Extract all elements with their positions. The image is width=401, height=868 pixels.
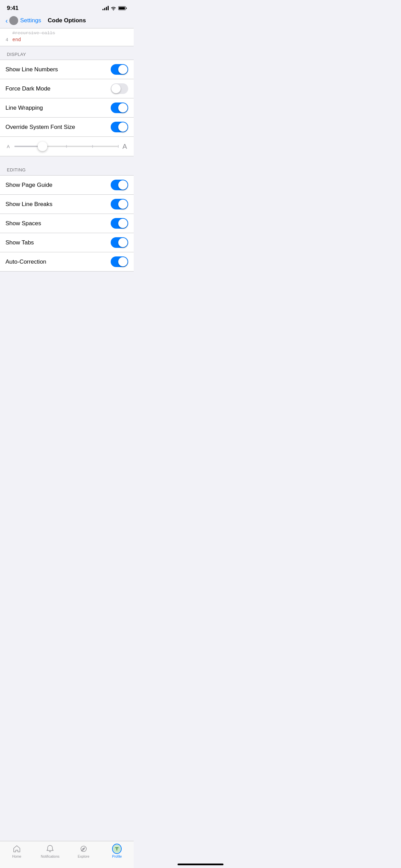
force-dark-mode-row: Force Dark Mode: [0, 79, 134, 98]
auto-correction-row: Auto-Correction: [0, 252, 134, 271]
toggle-knob: [118, 200, 127, 209]
override-font-size-label: Override System Font Size: [5, 124, 75, 131]
font-size-slider-row: A A: [0, 137, 134, 156]
editing-section-label: EDITING: [0, 162, 134, 175]
wifi-icon: [111, 6, 116, 10]
spacer-1: [0, 156, 134, 162]
line-wrapping-label: Line Wrapping: [5, 105, 43, 111]
toggle-knob: [118, 122, 127, 132]
slider-tick-2: [66, 145, 67, 148]
signal-icon: [102, 6, 109, 10]
code-preview: #recursive calls 4 end: [0, 28, 134, 46]
code-line-3: #recursive calls: [0, 30, 134, 36]
font-size-slider[interactable]: [14, 146, 118, 147]
toggle-knob: [118, 257, 127, 266]
force-dark-mode-toggle[interactable]: [111, 83, 128, 94]
show-line-breaks-row: Show Line Breaks: [0, 195, 134, 214]
show-spaces-row: Show Spaces: [0, 214, 134, 233]
slider-tick-3: [92, 145, 93, 148]
toggle-knob: [111, 84, 121, 93]
line-wrapping-row: Line Wrapping: [0, 98, 134, 118]
toggle-knob: [118, 65, 127, 74]
override-font-size-toggle[interactable]: [111, 122, 128, 132]
toggle-knob: [118, 103, 127, 112]
slider-small-label: A: [5, 144, 11, 149]
display-settings-group: Show Line Numbers Force Dark Mode Line W…: [0, 60, 134, 156]
show-line-numbers-row: Show Line Numbers: [0, 60, 134, 79]
nav-title: Code Options: [48, 17, 86, 24]
code-keyword: end: [12, 37, 21, 43]
show-tabs-label: Show Tabs: [5, 239, 34, 246]
code-text-line3: #recursive calls: [12, 31, 55, 36]
override-font-size-row: Override System Font Size: [0, 118, 134, 137]
status-bar: 9:41: [0, 0, 134, 14]
line-wrapping-toggle[interactable]: [111, 103, 128, 113]
show-spaces-label: Show Spaces: [5, 220, 41, 227]
code-line-4: 4 end: [0, 36, 134, 43]
auto-correction-toggle[interactable]: [111, 256, 128, 267]
back-avatar: [9, 16, 18, 25]
show-line-breaks-label: Show Line Breaks: [5, 201, 52, 208]
back-label: Settings: [20, 17, 41, 24]
toggle-knob: [118, 238, 127, 247]
show-line-numbers-label: Show Line Numbers: [5, 66, 58, 73]
main-content: DISPLAY Show Line Numbers Force Dark Mod…: [0, 46, 134, 306]
slider-thumb[interactable]: [38, 142, 47, 151]
battery-icon: [118, 6, 127, 10]
show-page-guide-label: Show Page Guide: [5, 182, 52, 189]
auto-correction-label: Auto-Correction: [5, 258, 46, 265]
slider-tick-4: [118, 145, 119, 148]
back-button[interactable]: ‹ Settings: [5, 16, 41, 25]
show-spaces-toggle[interactable]: [111, 218, 128, 229]
slider-large-label: A: [121, 143, 128, 150]
status-icons: [102, 6, 127, 10]
editing-settings-group: Show Page Guide Show Line Breaks Show Sp…: [0, 175, 134, 272]
back-chevron-icon: ‹: [5, 17, 8, 24]
show-tabs-row: Show Tabs: [0, 233, 134, 252]
svg-rect-1: [119, 7, 125, 10]
toggle-knob: [118, 219, 127, 228]
display-section-label: DISPLAY: [0, 46, 134, 60]
status-time: 9:41: [7, 5, 19, 12]
show-line-numbers-toggle[interactable]: [111, 64, 128, 75]
toggle-knob: [118, 180, 127, 190]
show-page-guide-toggle[interactable]: [111, 180, 128, 190]
nav-bar: ‹ Settings Code Options: [0, 14, 134, 28]
show-tabs-toggle[interactable]: [111, 237, 128, 248]
show-line-breaks-toggle[interactable]: [111, 199, 128, 209]
show-page-guide-row: Show Page Guide: [0, 176, 134, 195]
force-dark-mode-label: Force Dark Mode: [5, 85, 50, 92]
